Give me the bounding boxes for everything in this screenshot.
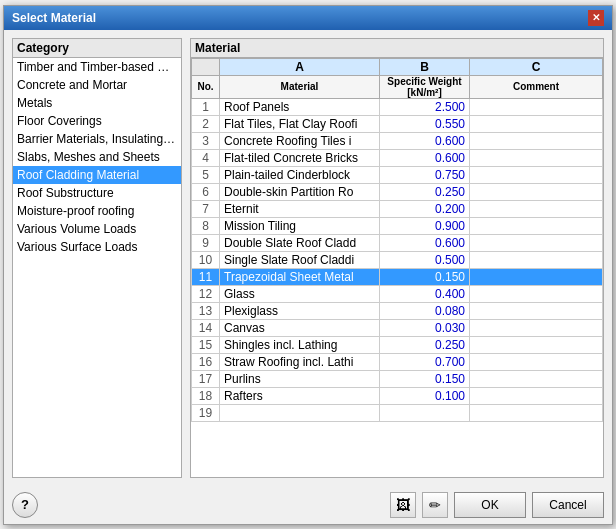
row-material: Eternit: [220, 200, 380, 217]
dialog-body: Category Timber and Timber-based MaterCo…: [4, 30, 612, 486]
row-weight: 0.250: [380, 183, 470, 200]
row-weight: 0.600: [380, 149, 470, 166]
category-item-moisture[interactable]: Moisture-proof roofing: [13, 202, 181, 220]
row-weight: 0.400: [380, 285, 470, 302]
row-material: Canvas: [220, 319, 380, 336]
row-comment: [470, 353, 603, 370]
material-table-wrapper[interactable]: A B C No. Material Specific Weight [kN/m…: [191, 58, 603, 477]
row-comment: [470, 319, 603, 336]
category-item-roof_sub[interactable]: Roof Substructure: [13, 184, 181, 202]
table-row[interactable]: 19: [192, 404, 603, 421]
row-no: 16: [192, 353, 220, 370]
row-weight: 0.600: [380, 132, 470, 149]
row-comment: [470, 183, 603, 200]
row-weight: 0.750: [380, 166, 470, 183]
row-comment: [470, 387, 603, 404]
table-row[interactable]: 7Eternit0.200: [192, 200, 603, 217]
row-no: 1: [192, 98, 220, 115]
row-no: 19: [192, 404, 220, 421]
row-comment: [470, 404, 603, 421]
table-row[interactable]: 5Plain-tailed Cinderblock0.750: [192, 166, 603, 183]
row-no: 18: [192, 387, 220, 404]
row-material: Straw Roofing incl. Lathi: [220, 353, 380, 370]
row-no: 11: [192, 268, 220, 285]
material-header: Material: [191, 39, 603, 58]
row-comment: [470, 370, 603, 387]
row-comment: [470, 149, 603, 166]
footer-actions: 🖼 ✏ OK Cancel: [390, 492, 604, 518]
row-material: Rafters: [220, 387, 380, 404]
col-no-header: [192, 58, 220, 75]
category-item-volume[interactable]: Various Volume Loads: [13, 220, 181, 238]
table-row[interactable]: 14Canvas0.030: [192, 319, 603, 336]
dialog-title: Select Material: [12, 11, 96, 25]
row-comment: [470, 251, 603, 268]
edit-icon-button[interactable]: ✏: [422, 492, 448, 518]
row-material: Roof Panels: [220, 98, 380, 115]
category-item-floor[interactable]: Floor Coverings: [13, 112, 181, 130]
image-icon-button[interactable]: 🖼: [390, 492, 416, 518]
ok-button[interactable]: OK: [454, 492, 526, 518]
table-row[interactable]: 10Single Slate Roof Claddi0.500: [192, 251, 603, 268]
category-item-metals[interactable]: Metals: [13, 94, 181, 112]
help-button[interactable]: ?: [12, 492, 38, 518]
table-row[interactable]: 18Rafters0.100: [192, 387, 603, 404]
footer-right: OK Cancel: [454, 492, 604, 518]
category-item-roof_cladding[interactable]: Roof Cladding Material: [13, 166, 181, 184]
table-row[interactable]: 6Double-skin Partition Ro0.250: [192, 183, 603, 200]
row-weight: 0.900: [380, 217, 470, 234]
row-weight: 0.080: [380, 302, 470, 319]
row-weight: 2.500: [380, 98, 470, 115]
row-no: 9: [192, 234, 220, 251]
close-button[interactable]: ✕: [588, 10, 604, 26]
row-comment: [470, 200, 603, 217]
col-c-header: C: [470, 58, 603, 75]
row-no: 13: [192, 302, 220, 319]
row-material: Single Slate Roof Claddi: [220, 251, 380, 268]
row-weight: [380, 404, 470, 421]
row-comment: [470, 166, 603, 183]
table-row[interactable]: 4Flat-tiled Concrete Bricks0.600: [192, 149, 603, 166]
sub-comment-header: Comment: [470, 75, 603, 98]
title-bar: Select Material ✕: [4, 6, 612, 30]
row-comment: [470, 234, 603, 251]
row-no: 14: [192, 319, 220, 336]
row-comment: [470, 302, 603, 319]
table-row[interactable]: 9Double Slate Roof Cladd0.600: [192, 234, 603, 251]
sub-no-header: No.: [192, 75, 220, 98]
table-row[interactable]: 16Straw Roofing incl. Lathi0.700: [192, 353, 603, 370]
table-row[interactable]: 15Shingles incl. Lathing0.250: [192, 336, 603, 353]
table-row[interactable]: 11Trapezoidal Sheet Metal0.150: [192, 268, 603, 285]
col-a-header: A: [220, 58, 380, 75]
row-material: Double-skin Partition Ro: [220, 183, 380, 200]
category-item-surface[interactable]: Various Surface Loads: [13, 238, 181, 256]
row-weight: 0.100: [380, 387, 470, 404]
table-row[interactable]: 2Flat Tiles, Flat Clay Roofi0.550: [192, 115, 603, 132]
table-row[interactable]: 3Concrete Roofing Tiles i0.600: [192, 132, 603, 149]
category-item-slabs[interactable]: Slabs, Meshes and Sheets: [13, 148, 181, 166]
row-material: Flat-tiled Concrete Bricks: [220, 149, 380, 166]
cancel-button[interactable]: Cancel: [532, 492, 604, 518]
table-row[interactable]: 13Plexiglass0.080: [192, 302, 603, 319]
row-no: 2: [192, 115, 220, 132]
row-no: 15: [192, 336, 220, 353]
table-row[interactable]: 8Mission Tiling0.900: [192, 217, 603, 234]
category-item-concrete[interactable]: Concrete and Mortar: [13, 76, 181, 94]
row-no: 7: [192, 200, 220, 217]
table-row[interactable]: 12Glass0.400: [192, 285, 603, 302]
row-material: Glass: [220, 285, 380, 302]
footer-left: ?: [12, 492, 38, 518]
row-material: Trapezoidal Sheet Metal: [220, 268, 380, 285]
row-comment: [470, 217, 603, 234]
dialog-footer: ? 🖼 ✏ OK Cancel: [4, 486, 612, 524]
table-row[interactable]: 17Purlins0.150: [192, 370, 603, 387]
category-list: Timber and Timber-based MaterConcrete an…: [13, 58, 181, 477]
category-item-timber[interactable]: Timber and Timber-based Mater: [13, 58, 181, 76]
row-no: 6: [192, 183, 220, 200]
sub-material-header: Material: [220, 75, 380, 98]
row-weight: 0.600: [380, 234, 470, 251]
category-item-barrier[interactable]: Barrier Materials, Insulating Mate: [13, 130, 181, 148]
row-material: Double Slate Roof Cladd: [220, 234, 380, 251]
row-no: 12: [192, 285, 220, 302]
table-row[interactable]: 1Roof Panels2.500: [192, 98, 603, 115]
